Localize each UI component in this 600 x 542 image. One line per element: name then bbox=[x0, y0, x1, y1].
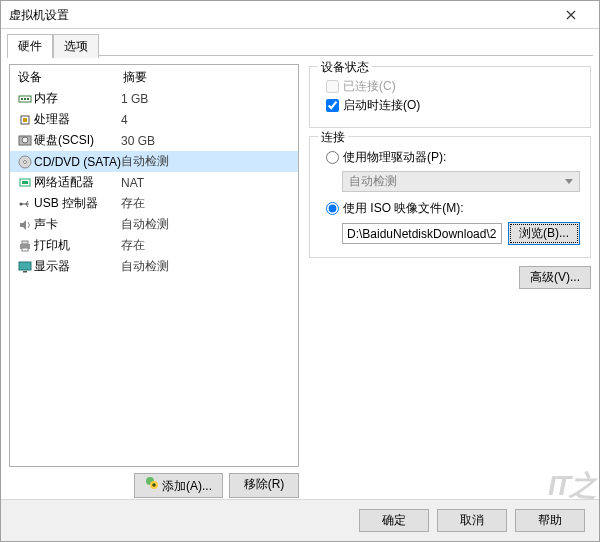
device-name: 处理器 bbox=[34, 111, 121, 128]
device-summary: 4 bbox=[121, 113, 292, 127]
device-name: 打印机 bbox=[34, 237, 121, 254]
col-summary: 摘要 bbox=[123, 69, 147, 86]
poweron-label: 启动时连接(O) bbox=[343, 97, 420, 114]
connected-label: 已连接(C) bbox=[343, 78, 396, 95]
status-legend: 设备状态 bbox=[318, 59, 372, 76]
iso-radio[interactable]: 使用 ISO 映像文件(M): bbox=[320, 198, 580, 219]
device-row[interactable]: 内存 1 GB bbox=[10, 88, 298, 109]
svg-rect-11 bbox=[22, 181, 28, 184]
svg-point-12 bbox=[20, 202, 23, 205]
remove-button[interactable]: 移除(R) bbox=[229, 473, 299, 498]
svg-rect-5 bbox=[23, 118, 27, 122]
add-icon bbox=[145, 476, 159, 490]
physical-drive-value: 自动检测 bbox=[349, 173, 397, 190]
help-button[interactable]: 帮助 bbox=[515, 509, 585, 532]
browse-button[interactable]: 浏览(B)... bbox=[508, 222, 580, 245]
iso-input[interactable] bbox=[326, 202, 339, 215]
device-summary: 存在 bbox=[121, 237, 292, 254]
window-title: 虚拟机设置 bbox=[9, 1, 69, 29]
advanced-button[interactable]: 高级(V)... bbox=[519, 266, 591, 289]
status-group: 设备状态 已连接(C) 启动时连接(O) bbox=[309, 66, 591, 128]
physical-drive-select: 自动检测 bbox=[342, 171, 580, 192]
device-name: 网络适配器 bbox=[34, 174, 121, 191]
poweron-input[interactable] bbox=[326, 99, 339, 112]
tab-options[interactable]: 选项 bbox=[53, 34, 99, 58]
device-summary: 1 GB bbox=[121, 92, 292, 106]
device-list[interactable]: 设备 摘要 内存 1 GB 处理器 4 硬盘(SCSI) 30 GB CD/DV… bbox=[9, 64, 299, 467]
content-area: 设备 摘要 内存 1 GB 处理器 4 硬盘(SCSI) 30 GB CD/DV… bbox=[1, 56, 599, 506]
device-row[interactable]: CD/DVD (SATA) 自动检测 bbox=[10, 151, 298, 172]
iso-row: 浏览(B)... bbox=[342, 222, 580, 245]
device-summary: 自动检测 bbox=[121, 258, 292, 275]
left-panel: 设备 摘要 内存 1 GB 处理器 4 硬盘(SCSI) 30 GB CD/DV… bbox=[9, 64, 299, 498]
disk-icon bbox=[16, 135, 34, 147]
svg-rect-17 bbox=[23, 271, 27, 273]
right-panel: 设备状态 已连接(C) 启动时连接(O) 连接 使用物理驱动器(P): 自动检测… bbox=[309, 64, 591, 498]
iso-path-input[interactable] bbox=[342, 223, 502, 244]
svg-rect-2 bbox=[24, 98, 26, 100]
device-name: 硬盘(SCSI) bbox=[34, 132, 121, 149]
titlebar: 虚拟机设置 bbox=[1, 1, 599, 29]
connected-checkbox: 已连接(C) bbox=[320, 77, 580, 96]
device-summary: 自动检测 bbox=[121, 216, 292, 233]
device-list-header: 设备 摘要 bbox=[10, 65, 298, 88]
cpu-icon bbox=[16, 113, 34, 127]
svg-rect-3 bbox=[27, 98, 29, 100]
cd-icon bbox=[16, 155, 34, 169]
close-button[interactable] bbox=[551, 2, 591, 28]
tab-hardware[interactable]: 硬件 bbox=[7, 34, 53, 58]
physical-label: 使用物理驱动器(P): bbox=[343, 149, 446, 166]
network-icon bbox=[16, 177, 34, 189]
poweron-checkbox[interactable]: 启动时连接(O) bbox=[320, 96, 580, 115]
connection-group: 连接 使用物理驱动器(P): 自动检测 使用 ISO 映像文件(M): 浏览(B… bbox=[309, 136, 591, 258]
svg-point-9 bbox=[24, 160, 27, 163]
device-name: 显示器 bbox=[34, 258, 121, 275]
svg-rect-1 bbox=[21, 98, 23, 100]
connection-legend: 连接 bbox=[318, 129, 348, 146]
add-label: 添加(A)... bbox=[162, 479, 212, 493]
device-name: CD/DVD (SATA) bbox=[34, 155, 121, 169]
device-summary: 存在 bbox=[121, 195, 292, 212]
device-summary: NAT bbox=[121, 176, 292, 190]
svg-point-7 bbox=[22, 137, 28, 143]
ok-button[interactable]: 确定 bbox=[359, 509, 429, 532]
advanced-row: 高级(V)... bbox=[309, 266, 591, 289]
physical-input[interactable] bbox=[326, 151, 339, 164]
device-name: 内存 bbox=[34, 90, 121, 107]
display-icon bbox=[16, 261, 34, 273]
device-row[interactable]: 网络适配器 NAT bbox=[10, 172, 298, 193]
add-button[interactable]: 添加(A)... bbox=[134, 473, 223, 498]
svg-rect-15 bbox=[22, 248, 28, 251]
col-device: 设备 bbox=[18, 69, 123, 86]
device-name: USB 控制器 bbox=[34, 195, 121, 212]
device-row[interactable]: 打印机 存在 bbox=[10, 235, 298, 256]
svg-rect-14 bbox=[22, 241, 28, 244]
close-icon bbox=[566, 10, 576, 20]
svg-rect-16 bbox=[19, 262, 31, 270]
device-summary: 自动检测 bbox=[121, 153, 292, 170]
tabs: 硬件选项 bbox=[7, 33, 593, 55]
left-buttons: 添加(A)... 移除(R) bbox=[9, 467, 299, 498]
device-summary: 30 GB bbox=[121, 134, 292, 148]
device-row[interactable]: USB 控制器 存在 bbox=[10, 193, 298, 214]
connected-input bbox=[326, 80, 339, 93]
cancel-button[interactable]: 取消 bbox=[437, 509, 507, 532]
device-row[interactable]: 处理器 4 bbox=[10, 109, 298, 130]
device-row[interactable]: 声卡 自动检测 bbox=[10, 214, 298, 235]
memory-icon bbox=[16, 94, 34, 104]
bottom-bar: 确定 取消 帮助 bbox=[1, 499, 599, 541]
device-row[interactable]: 硬盘(SCSI) 30 GB bbox=[10, 130, 298, 151]
device-row[interactable]: 显示器 自动检测 bbox=[10, 256, 298, 277]
printer-icon bbox=[16, 240, 34, 252]
usb-icon bbox=[16, 198, 34, 210]
device-name: 声卡 bbox=[34, 216, 121, 233]
iso-label: 使用 ISO 映像文件(M): bbox=[343, 200, 464, 217]
physical-radio[interactable]: 使用物理驱动器(P): bbox=[320, 147, 580, 168]
sound-icon bbox=[16, 219, 34, 231]
